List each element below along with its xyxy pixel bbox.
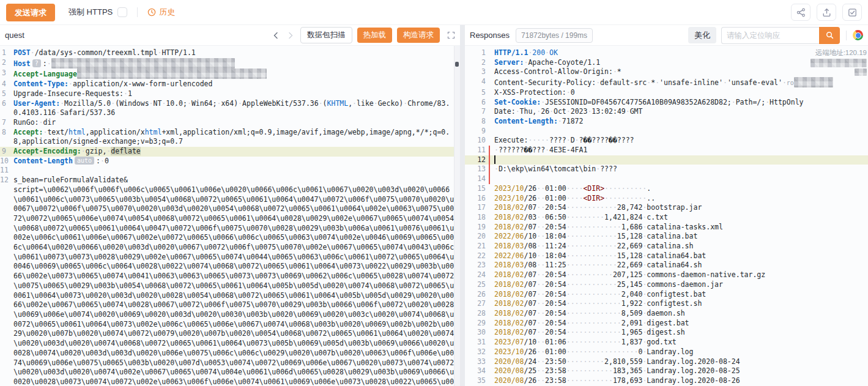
- response-editor[interactable]: 1HTTP/1.1·200·OK2Server:·Apache-Coyote/1…: [465, 46, 868, 386]
- request-line[interactable]: 8Accept:·text/html,application/xhtml+xml…: [0, 128, 460, 147]
- response-line[interactable]: 1HTTP/1.1·200·OK: [465, 48, 868, 58]
- history-button[interactable]: 历史: [147, 7, 175, 18]
- request-line[interactable]: 7RunGo:·dir: [0, 118, 460, 128]
- request-editor[interactable]: 1POST·/data/sys-common/treexml.tmpl·HTTP…: [0, 46, 460, 386]
- line-content: User-Agent:·Mozilla/5.0·(Windows·NT·10.0…: [13, 99, 460, 118]
- response-line[interactable]: 13·D:\ekp\win64\tomcat\bin·????: [465, 165, 868, 174]
- request-line[interactable]: 2Host?:·: [0, 58, 460, 69]
- force-https-group: 强制 HTTPS: [69, 7, 127, 18]
- response-line[interactable]: 262018/02/07··20:54·············2,040·co…: [465, 290, 868, 300]
- request-line[interactable]: 5Upgrade-Insecure-Requests:·1: [0, 89, 460, 99]
- response-line[interactable]: 14: [465, 174, 868, 184]
- response-line[interactable]: 182018/02/03··06:50·········1,421,824·c.…: [465, 213, 868, 223]
- line-number: 4: [465, 77, 486, 88]
- line-number: 31: [465, 338, 486, 347]
- line-content: s_bean=ruleFormulaValidate&: [13, 176, 460, 185]
- line-content: 2023/10/26··01:00·················0·Land…: [494, 347, 868, 357]
- request-line[interactable]: 3Accept-Language: [0, 69, 460, 80]
- response-line[interactable]: 6Set-Cookie:·JSESSIONID=DF04567C47756A10…: [465, 98, 868, 108]
- response-line[interactable]: 162023/10/26··01:00····<DIR>··········..: [465, 194, 868, 204]
- line-number: 7: [0, 118, 6, 128]
- response-line[interactable]: 4Content-Security-Policy:·default-src·*·…: [465, 77, 868, 88]
- line-number: 11: [465, 146, 486, 155]
- line-number: 32: [465, 347, 486, 357]
- response-line[interactable]: 242018/02/07··20:54···········207,125·co…: [465, 270, 868, 280]
- response-line[interactable]: 272018/02/07··20:54·············1,922·co…: [465, 299, 868, 309]
- line-number: 18: [465, 213, 486, 223]
- response-line[interactable]: 12: [465, 155, 868, 165]
- line-content: [13, 166, 460, 176]
- header-divider: [846, 31, 847, 40]
- line-number: 26: [465, 290, 486, 300]
- response-line[interactable]: 2Server:·Apache-Coyote/1.1: [465, 58, 868, 68]
- chevron-right-icon[interactable]: [286, 31, 295, 40]
- response-line[interactable]: 212018/03/08··11:24············22,669·ca…: [465, 242, 868, 251]
- request-line[interactable]: 11: [0, 166, 460, 176]
- line-content: 2018/02/07··20:54···········207,125·comm…: [494, 270, 868, 280]
- request-line[interactable]: script=\u0062\u006f\u006f\u006c\u0065\u0…: [0, 185, 460, 386]
- response-tab[interactable]: Responses: [470, 31, 510, 40]
- response-line[interactable]: 8Content-Length:·71872: [465, 117, 868, 127]
- response-line[interactable]: 302018/02/07··20:54·············1,965·di…: [465, 328, 868, 338]
- request-line[interactable]: 4Content-Type:·application/x-www-form-ur…: [0, 80, 460, 89]
- chrome-icon[interactable]: [853, 30, 863, 40]
- line-number: 14: [465, 174, 486, 184]
- line-content: 2018/02/07··20:54·············2,040·conf…: [494, 290, 868, 300]
- request-line[interactable]: 1POST·/data/sys-common/treexml.tmpl·HTTP…: [0, 48, 460, 58]
- locate-response-input[interactable]: [721, 27, 819, 44]
- request-line[interactable]: 10Content-Lengthauto:·0: [0, 157, 460, 166]
- response-line[interactable]: 332020/08/24··23:50·········2,810,559·La…: [465, 357, 868, 367]
- expand-icon[interactable]: [447, 31, 455, 39]
- request-line[interactable]: 9Accept-Encoding:·gzip,·deflate: [0, 147, 460, 157]
- response-line[interactable]: 5X-XSS-Protection:·0: [465, 88, 868, 98]
- response-line[interactable]: 10Execute:·····????·D·?��????��????: [465, 136, 868, 146]
- response-line[interactable]: 312023/07/10··01:06·············1,837·go…: [465, 338, 868, 347]
- request-line[interactable]: 6User-Agent:·Mozilla/5.0·(Windows·NT·10.…: [0, 99, 460, 118]
- remote-address-label: 远端地址:120.19: [811, 48, 867, 58]
- request-line[interactable]: 12s_bean=ruleFormulaValidate&: [0, 176, 460, 185]
- host-help-chip[interactable]: ?: [32, 59, 41, 67]
- response-line[interactable]: 152023/10/26··01:00····<DIR>··········.: [465, 184, 868, 194]
- force-https-label: 强制 HTTPS: [69, 7, 113, 18]
- packet-scan-button[interactable]: 数据包扫描: [300, 27, 352, 43]
- export-icon[interactable]: [817, 4, 836, 21]
- panel-splitter[interactable]: [460, 25, 465, 386]
- line-content: Accept:·text/html,application/xhtml+xml,…: [13, 128, 460, 147]
- response-line[interactable]: 172018/02/07··20:54············28,742·bo…: [465, 203, 868, 213]
- response-line[interactable]: 3Access-Control-Allow-Origin:·*: [465, 67, 868, 77]
- line-content: Set-Cookie:·JSESSIONID=DF04567C47756A10B…: [494, 98, 868, 108]
- response-line[interactable]: 232018/03/08··11:25············22,669·ca…: [465, 261, 868, 270]
- build-request-button[interactable]: 构造请求: [397, 28, 440, 43]
- share-icon[interactable]: [791, 4, 811, 21]
- line-number: 2: [0, 58, 6, 69]
- response-line[interactable]: 322023/10/26··01:00·················0·La…: [465, 347, 868, 357]
- remote-address-overlay: 远端地址:120.19: [811, 48, 867, 76]
- line-content: Accept-Encoding:·gzip,·deflate: [13, 147, 460, 157]
- line-number: 11: [0, 166, 6, 176]
- send-request-button[interactable]: 发送请求: [6, 4, 55, 21]
- line-content: X-XSS-Protection:·0: [494, 88, 868, 98]
- response-line[interactable]: 222022/06/10··18:04············15,128·ca…: [465, 251, 868, 261]
- response-line[interactable]: 7Date:·Thu,·26·Oct·2023·13:02:49·GMT: [465, 107, 868, 117]
- line-content: 2020/08/24··23:50·········2,810,559·Land…: [494, 357, 868, 367]
- response-line[interactable]: 11·??????��???·4E3E-4FA1: [465, 146, 868, 155]
- response-line[interactable]: 252018/02/07··20:54············25,145·co…: [465, 280, 868, 290]
- response-line[interactable]: 352020/08/26··23:58···········178,693·La…: [465, 376, 868, 386]
- response-line[interactable]: 292018/02/07··20:54·············2,091·di…: [465, 319, 868, 328]
- line-content: Content-Type:·application/x-www-form-url…: [13, 80, 460, 89]
- line-number: 27: [465, 299, 486, 309]
- hot-reload-button[interactable]: 热加载: [357, 28, 393, 43]
- beautify-button[interactable]: 美化: [688, 27, 716, 43]
- response-line[interactable]: 192018/02/07··20:54·············1,686·ca…: [465, 223, 868, 232]
- auto-length-chip[interactable]: auto: [75, 157, 94, 165]
- line-number: 20: [465, 232, 486, 242]
- search-button[interactable]: [819, 27, 840, 44]
- request-header-actions: 数据包扫描 热加载 构造请求: [271, 27, 455, 43]
- response-line[interactable]: 9: [465, 127, 868, 136]
- force-https-checkbox[interactable]: [117, 7, 127, 17]
- chevron-left-icon[interactable]: [271, 31, 281, 40]
- response-line[interactable]: 202022/06/10··18:04············15,128·ca…: [465, 232, 868, 242]
- response-line[interactable]: 282018/02/07··20:54·············8,509·da…: [465, 309, 868, 319]
- response-line[interactable]: 342020/08/25··23:58···········183,365·La…: [465, 366, 868, 376]
- task-check-icon[interactable]: [842, 4, 862, 21]
